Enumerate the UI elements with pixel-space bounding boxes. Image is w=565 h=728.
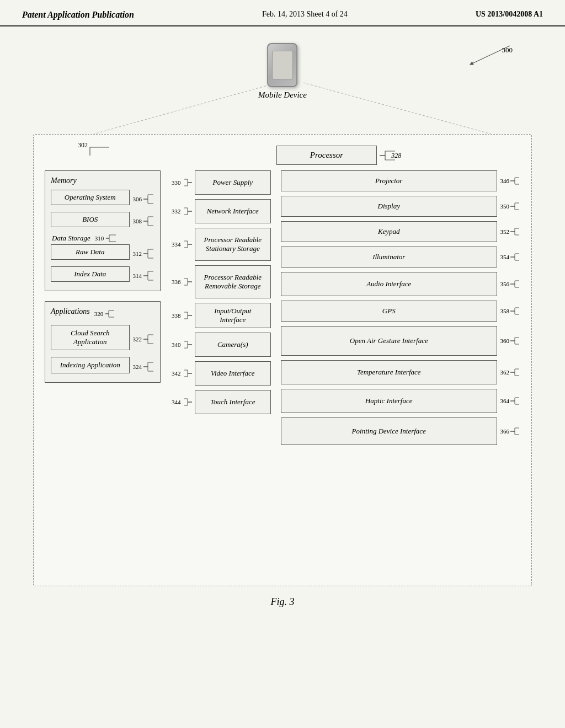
pointing-device-box: Pointing Device Interface [281, 417, 497, 445]
temperature-interface-box: Temperature Interface [281, 360, 497, 384]
io-interface-row: 338 Input/Output Interface [172, 303, 271, 328]
ref320-bracket [104, 309, 115, 318]
header-center: Feb. 14, 2013 Sheet 4 of 24 [262, 10, 348, 19]
haptic-interface-box: Haptic Interface [281, 389, 497, 413]
video-interface-box: Video Interface [195, 361, 271, 386]
ref-324: 324 [133, 363, 142, 370]
cloud-search-box: Cloud Search Application [51, 325, 130, 350]
ref-356: 356 [500, 281, 510, 287]
illuminator-box: Illuminator [281, 247, 497, 267]
ref352-bracket [509, 227, 520, 236]
ref328-bracket [380, 150, 397, 161]
display-box: Display [281, 196, 497, 217]
ref-352: 352 [500, 228, 510, 235]
gesture-interface-row: Open Air Gesture Interface 360 [281, 326, 520, 356]
rawdata-row: Raw Data 312 [51, 244, 154, 263]
indexdata-row: Index Data 314 [51, 266, 154, 285]
ref356-bracket [509, 280, 520, 288]
ref-330-label: 330 [172, 179, 181, 186]
header-right: US 2013/0042008 A1 [476, 10, 543, 19]
power-supply-box: Power Supply [195, 170, 271, 195]
ref-310: 310 [95, 235, 104, 242]
ref314-bracket [142, 270, 154, 281]
apps-title-row: Applications 320 [51, 307, 154, 320]
ref-306: 306 [133, 196, 142, 202]
camera-row: 340 Camera(s) [172, 333, 271, 357]
ref-322: 322 [133, 336, 142, 342]
right-column: Projector 346 Display 350 [281, 170, 520, 445]
ref-362: 362 [500, 369, 510, 376]
ref366-bracket [509, 427, 520, 436]
diagram-container: 302 Processor 328 304 [33, 134, 532, 586]
temperature-interface-row: Temperature Interface 362 [281, 360, 520, 384]
projector-box: Projector [281, 170, 497, 191]
bios-box: BIOS [51, 212, 130, 227]
indexdata-box: Index Data [51, 266, 130, 282]
ref332-bracket [183, 207, 193, 216]
device-lines-svg [22, 38, 543, 134]
processor-section: 302 Processor 328 [133, 146, 520, 165]
memory-title: Memory [51, 176, 154, 185]
data-storage-row: Data Storage 310 [52, 234, 154, 243]
main-content: 300 Mobile Device [0, 26, 565, 619]
ref-354: 354 [500, 254, 510, 260]
ref336-bracket [183, 277, 193, 286]
os-box: Operating System [51, 190, 130, 205]
touch-interface-row: 344 Touch Interface [172, 390, 271, 414]
ref-308: 308 [133, 218, 142, 224]
pointing-device-row: Pointing Device Interface 366 [281, 417, 520, 445]
ref354-bracket [509, 253, 520, 261]
ref324-bracket [142, 361, 154, 372]
header-left: Patent Application Publication [22, 10, 134, 20]
ref-360: 360 [500, 338, 510, 344]
illuminator-row: Illuminator 354 [281, 247, 520, 267]
network-interface-box: Network Interface [195, 199, 271, 223]
ref340-bracket [183, 340, 193, 349]
removable-storage-row: 336 Processor Readable Removable Storage [172, 265, 271, 298]
ref-334-label: 334 [172, 241, 181, 248]
ref310-bracket [105, 234, 117, 243]
memory-outer-box: Memory Operating System 306 [45, 170, 161, 291]
haptic-interface-row: Haptic Interface 364 [281, 389, 520, 413]
apps-outer-box: Applications 320 Cloud Search Applicatio… [45, 301, 161, 383]
ref-336-label: 336 [172, 279, 181, 285]
audio-interface-row: Audio Interface 356 [281, 272, 520, 296]
fig-label: Fig. 3 [22, 596, 543, 608]
keypad-box: Keypad [281, 221, 497, 242]
ref-350: 350 [500, 203, 510, 210]
ref-314: 314 [133, 272, 142, 279]
indexing-app-row: Indexing Application 324 [51, 357, 154, 377]
power-supply-row: 330 Power Supply [172, 170, 271, 195]
ref346-bracket [509, 176, 520, 185]
network-interface-row: 332 Network Interface [172, 199, 271, 223]
processor-box: Processor 328 [276, 146, 377, 165]
stationary-storage-row: 334 Processor Readable Stationary Storag… [172, 228, 271, 261]
ref360-bracket [509, 336, 520, 345]
ref-358: 358 [500, 308, 510, 314]
ref-332-label: 332 [172, 208, 181, 215]
gps-row: GPS 358 [281, 301, 520, 322]
main-box: 302 Processor 328 304 [33, 134, 532, 586]
camera-box: Camera(s) [195, 333, 271, 357]
data-storage-label: Data Storage [52, 234, 90, 243]
touch-interface-box: Touch Interface [195, 390, 271, 414]
io-interface-box: Input/Output Interface [195, 303, 271, 328]
ref344-bracket [183, 398, 193, 406]
ref358-bracket [509, 307, 520, 315]
indexing-app-box: Indexing Application [51, 357, 130, 373]
projector-row: Projector 346 [281, 170, 520, 191]
ref-366: 366 [500, 428, 510, 435]
ref364-bracket [509, 397, 520, 405]
stationary-storage-box: Processor Readable Stationary Storage [195, 228, 271, 261]
os-row: Operating System 306 [51, 190, 154, 208]
bios-row: BIOS 308 [51, 212, 154, 231]
ref308-bracket [142, 216, 154, 227]
ref-346: 346 [500, 178, 510, 184]
ref362-bracket [509, 368, 520, 377]
ref-344-label: 344 [172, 399, 181, 405]
ref338-bracket [183, 311, 193, 320]
video-interface-row: 342 Video Interface [172, 361, 271, 386]
ref306-bracket [142, 194, 154, 205]
ref312-bracket [142, 248, 154, 259]
ref-312: 312 [133, 250, 142, 257]
